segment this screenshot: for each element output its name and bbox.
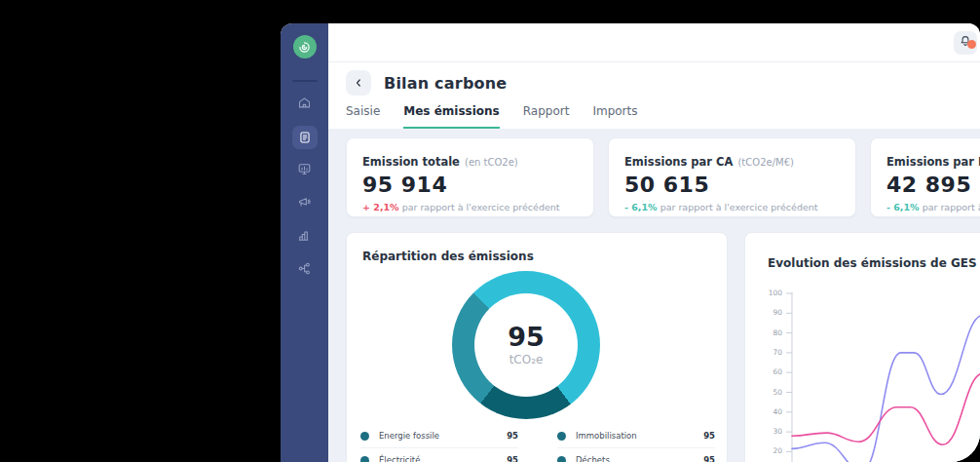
- notifications-button[interactable]: [954, 31, 977, 55]
- main-area: Bilan carbone Saisie Mes émissions Rappo…: [328, 23, 980, 462]
- notification-dot: [967, 40, 976, 49]
- stat-value: 42 895: [886, 173, 980, 197]
- page-title: Bilan carbone: [384, 74, 507, 93]
- donut-legend: Energie fossile 95 Immobilisation 95 Éle…: [360, 424, 715, 462]
- network-icon: [297, 261, 312, 280]
- svg-text:100: 100: [769, 289, 783, 297]
- stat-card-emissions-par-etp: Emissions par ETP (tCO2e/ETP) 42 895 - 6…: [870, 137, 980, 217]
- donut-chart-title: Répartition des émissions: [362, 250, 534, 263]
- app-logo-icon[interactable]: [293, 35, 317, 58]
- svg-text:60: 60: [773, 367, 782, 376]
- sidebar-item-presentations[interactable]: [288, 154, 321, 187]
- stat-delta: - 6,1% par rapport à l'exercice précéden…: [886, 202, 980, 212]
- sidebar-item-announcements[interactable]: [288, 187, 321, 220]
- svg-text:20: 20: [773, 446, 782, 455]
- sidebar-item-home[interactable]: [288, 88, 321, 121]
- sidebar-item-documents[interactable]: [288, 121, 321, 154]
- presentation-icon: [297, 162, 312, 180]
- sidebar: [281, 23, 328, 462]
- stat-title: Emission totale: [362, 155, 460, 169]
- page-header: Bilan carbone Saisie Mes émissions Rappo…: [328, 62, 980, 129]
- svg-text:80: 80: [773, 328, 782, 337]
- donut-chart-card: Répartition des émissions 95 tCO₂e Energ…: [346, 232, 728, 462]
- legend-item-electricite: Électricité 95: [360, 448, 518, 462]
- content-area: Emission totale (en tCO2e) 95 914 + 2,1%…: [328, 129, 980, 462]
- legend-dot-icon: [360, 432, 369, 441]
- sidebar-divider: [292, 80, 318, 82]
- svg-text:40: 40: [773, 407, 782, 416]
- megaphone-icon: [297, 195, 312, 213]
- legend-dot-icon: [557, 432, 566, 441]
- donut-total-unit: tCO₂e: [509, 353, 544, 366]
- donut-total-value: 95: [508, 324, 545, 350]
- stat-unit: (tCO2e/M€): [737, 157, 793, 168]
- donut-chart: 95 tCO₂e: [452, 271, 600, 419]
- legend-item-dechets: Déchets 95: [557, 448, 715, 462]
- svg-text:50: 50: [773, 388, 782, 397]
- legend-dot-icon: [557, 456, 566, 462]
- svg-text:90: 90: [773, 308, 782, 317]
- stat-value: 95 914: [362, 173, 578, 197]
- line-chart-card: Evolution des émissions de GES 100908070…: [744, 232, 980, 462]
- svg-text:70: 70: [773, 348, 782, 357]
- stat-delta: + 2,1% par rapport à l'exercice précéden…: [362, 202, 578, 212]
- sidebar-item-organization[interactable]: [288, 253, 321, 287]
- home-icon: [297, 96, 312, 114]
- sidebar-item-analytics[interactable]: [288, 220, 321, 253]
- chevron-left-icon: [353, 74, 364, 93]
- bar-chart-icon: [297, 228, 312, 247]
- stat-card-emission-totale: Emission totale (en tCO2e) 95 914 + 2,1%…: [346, 137, 594, 217]
- tab-saisie[interactable]: Saisie: [346, 104, 380, 129]
- sidebar-nav: [288, 88, 321, 287]
- legend-dot-icon: [360, 456, 369, 462]
- document-icon: [292, 126, 318, 149]
- tab-rapport[interactable]: Rapport: [523, 104, 570, 129]
- svg-text:30: 30: [773, 427, 782, 436]
- line-chart-title: Evolution des émissions de GES: [768, 256, 977, 270]
- stat-title: Emissions par CA: [624, 155, 733, 169]
- back-button[interactable]: [346, 70, 371, 96]
- stat-unit: (en tCO2e): [465, 157, 518, 168]
- app-window: Bilan carbone Saisie Mes émissions Rappo…: [281, 23, 980, 462]
- tab-imports[interactable]: Imports: [592, 104, 637, 129]
- donut-center: 95 tCO₂e: [474, 293, 578, 397]
- tab-mes-emissions[interactable]: Mes émissions: [403, 104, 499, 129]
- legend-item-immobilisation: Immobilisation 95: [557, 424, 715, 448]
- tab-bar: Saisie Mes émissions Rapport Imports: [346, 104, 980, 129]
- topbar: [328, 23, 980, 62]
- stat-card-emissions-par-ca: Emissions par CA (tCO2e/M€) 50 615 - 6,1…: [608, 137, 856, 217]
- stats-row: Emission totale (en tCO2e) 95 914 + 2,1%…: [346, 137, 980, 217]
- line-chart: 100908070605040302010: [753, 287, 980, 462]
- charts-row: Répartition des émissions 95 tCO₂e Energ…: [346, 232, 980, 462]
- stat-delta: - 6,1% par rapport à l'exercice précéden…: [624, 202, 840, 212]
- stat-title: Emissions par ETP: [886, 155, 980, 169]
- stat-value: 50 615: [624, 173, 840, 197]
- legend-item-energie-fossile: Energie fossile 95: [360, 424, 518, 448]
